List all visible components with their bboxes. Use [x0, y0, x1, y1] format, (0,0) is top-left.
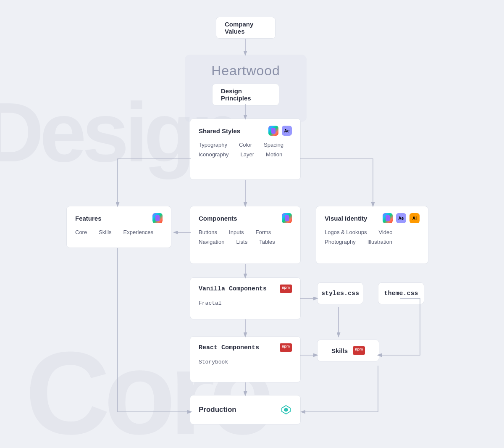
logos-item: Logos & Lookups	[325, 229, 367, 235]
storybook-item: Storybook	[199, 359, 228, 365]
experiences-item: Experiences	[123, 229, 154, 235]
svg-rect-12	[155, 215, 160, 221]
figma-icon-components	[282, 213, 292, 223]
illustration-item: Illustration	[368, 239, 392, 245]
heartwood-container: Heartwood Design Principles	[185, 55, 307, 122]
styles-css-title: styles.css	[321, 290, 359, 297]
typography-item: Typography	[199, 142, 227, 148]
npm-icon-react: npm	[280, 343, 292, 352]
vanilla-components-title: Vanilla Components	[199, 285, 267, 293]
color-item: Color	[239, 142, 252, 148]
npm-icon-vanilla: npm	[280, 285, 292, 293]
visual-identity-title: Visual Identity	[325, 215, 367, 222]
company-values-title: Company Values	[225, 21, 267, 35]
tables-item: Tables	[259, 239, 275, 245]
skills-item: Skills	[99, 229, 111, 235]
skills-card: Skills npm	[317, 340, 379, 361]
svg-rect-13	[285, 215, 289, 221]
features-card: Features Core Skills Experiences	[66, 206, 171, 248]
production-card: Production	[190, 395, 301, 424]
navigation-item: Navigation	[199, 239, 224, 245]
npm-icon-skills: npm	[353, 346, 365, 355]
visual-identity-card: Visual Identity Ae Ai Logos & Lookups Vi…	[316, 206, 428, 264]
production-icon	[280, 404, 292, 416]
styles-css-card: styles.css	[317, 282, 363, 304]
fractal-item: Fractal	[199, 300, 222, 306]
photography-item: Photography	[325, 239, 356, 245]
video-item: Video	[378, 229, 392, 235]
features-title: Features	[75, 215, 102, 222]
figma-icon-features	[152, 213, 163, 223]
svg-marker-16	[284, 408, 288, 412]
heartwood-title: Heartwood	[211, 63, 280, 79]
theme-css-title: theme.css	[384, 290, 418, 297]
theme-css-card: theme.css	[378, 282, 424, 304]
ae-icon-vi: Ae	[396, 213, 406, 223]
layer-item: Layer	[241, 151, 255, 158]
company-values-card: Company Values	[216, 17, 276, 39]
svg-rect-14	[386, 215, 390, 221]
skills-title: Skills	[331, 347, 348, 354]
design-principles-card: Design Principles	[212, 84, 279, 105]
ai-icon-vi: Ai	[410, 213, 420, 223]
lists-item: Lists	[236, 239, 247, 245]
figma-icon-vi	[383, 213, 393, 223]
shared-styles-card: Shared Styles Ae Typography Color Spacin…	[190, 119, 301, 180]
svg-rect-11	[271, 128, 276, 134]
react-components-title: React Components	[199, 344, 259, 351]
components-card: Components Buttons Inputs Forms Navigati…	[190, 206, 301, 264]
buttons-item: Buttons	[199, 229, 217, 235]
figma-icon	[268, 126, 278, 136]
react-components-card: React Components npm Storybook	[190, 336, 301, 382]
spacing-item: Spacing	[264, 142, 284, 148]
iconography-item: Iconography	[199, 151, 229, 158]
components-title: Components	[199, 215, 237, 222]
inputs-item: Inputs	[229, 229, 244, 235]
forms-item: Forms	[256, 229, 271, 235]
production-title: Production	[199, 406, 236, 414]
core-item: Core	[75, 229, 87, 235]
motion-item: Motion	[266, 151, 282, 158]
ae-icon: Ae	[282, 126, 292, 136]
shared-styles-title: Shared Styles	[199, 127, 240, 134]
design-principles-title: Design Principles	[221, 87, 270, 102]
vanilla-components-card: Vanilla Components npm Fractal	[190, 277, 301, 319]
